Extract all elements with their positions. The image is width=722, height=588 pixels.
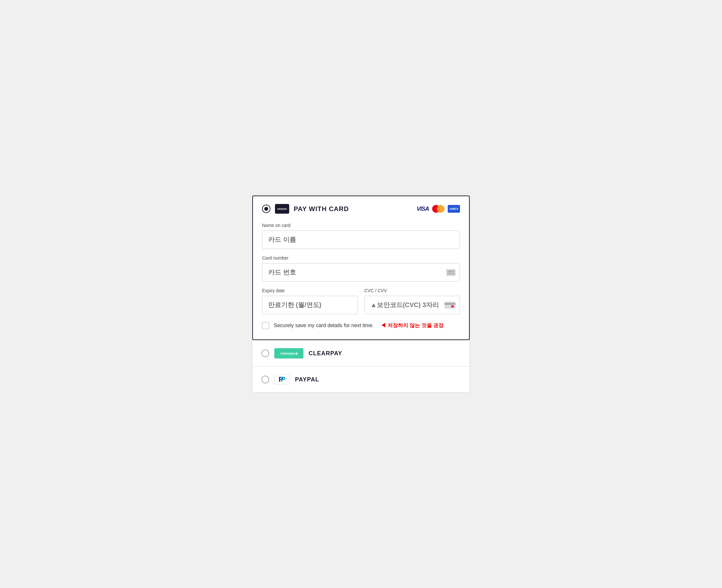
paypal-label: PAYPAL [295, 376, 319, 383]
clearpay-logo: clearpay◀ [274, 348, 303, 358]
cvc-wrapper [364, 296, 460, 314]
paypal-logo: P P [274, 374, 290, 385]
save-card-label: Securely save my card details for next t… [274, 322, 374, 329]
name-label: Name on card [262, 223, 460, 228]
card-number-wrapper [262, 263, 460, 281]
clearpay-radio[interactable] [261, 350, 269, 357]
cvc-field-group: CVC / CVV [364, 288, 460, 314]
name-input[interactable] [262, 230, 460, 249]
card-logos: VISA AMEX [417, 205, 460, 213]
section-title: PAY WITH CARD [294, 205, 349, 213]
section-header: PAY WITH CARD VISA AMEX [262, 204, 460, 214]
payment-container: PAY WITH CARD VISA AMEX Name on card Car… [252, 195, 470, 393]
card-icon [275, 204, 289, 214]
cvc-card-icon [444, 301, 456, 309]
cvc-label: CVC / CVV [364, 288, 460, 293]
paypal-radio[interactable] [261, 376, 269, 383]
pay-with-card-radio[interactable] [262, 205, 270, 213]
card-number-label: Card number [262, 255, 460, 260]
expiry-input[interactable] [262, 296, 358, 314]
card-number-icon [446, 269, 456, 276]
paypal-logo-p2: P [281, 375, 286, 384]
expiry-label: Expiry date [262, 288, 358, 293]
save-card-checkbox[interactable] [262, 322, 269, 329]
save-warning-text: ◀ 저장하지 않는 것을 권장 [381, 322, 443, 329]
card-chip-icon [446, 269, 456, 276]
paypal-option[interactable]: P P PAYPAL [252, 366, 470, 393]
clearpay-option[interactable]: clearpay◀ CLEARPAY [252, 340, 470, 366]
name-field-group: Name on card [262, 223, 460, 249]
card-number-field-group: Card number [262, 255, 460, 281]
card-number-input[interactable] [262, 263, 460, 281]
clearpay-logo-text: clearpay◀ [280, 352, 297, 355]
header-left: PAY WITH CARD [262, 204, 349, 214]
expiry-field-group: Expiry date [262, 288, 358, 314]
visa-logo: VISA [417, 206, 429, 212]
save-card-row: Securely save my card details for next t… [262, 322, 460, 329]
cvc-card-visual [444, 301, 456, 309]
amex-logo: AMEX [448, 205, 460, 213]
mastercard-logo [432, 205, 444, 213]
clearpay-label: CLEARPAY [308, 350, 342, 357]
pay-with-card-section: PAY WITH CARD VISA AMEX Name on card Car… [252, 195, 470, 340]
expiry-cvc-row: Expiry date CVC / CVV [262, 288, 460, 314]
